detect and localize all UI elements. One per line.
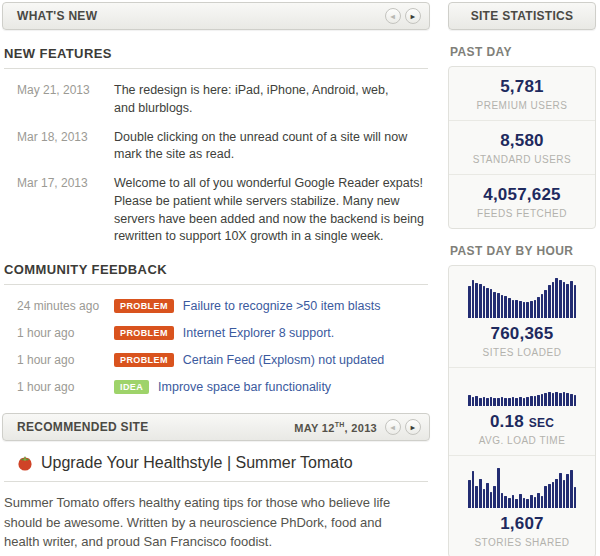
feedback-time: 1 hour ago [17, 326, 114, 340]
site-statistics-title: SITE STATISTICS [471, 9, 574, 23]
stat-value: 0.18 SEC [455, 412, 589, 432]
feedback-time: 1 hour ago [17, 380, 114, 394]
feedback-item: 1 hour ago PROBLEM Internet Explorer 8 s… [17, 326, 428, 340]
site-statistics-column: SITE STATISTICS PAST DAY 5,781 PREMIUM U… [448, 2, 596, 556]
feature-entry: Mar 17, 2013 Welcome to all of you wonde… [17, 175, 428, 246]
past-day-by-hour-heading: PAST DAY BY HOUR [450, 244, 596, 258]
right-arrow-icon: ▸ [411, 423, 415, 432]
stories-shared-bar-chart [468, 468, 576, 508]
problem-badge: PROBLEM [114, 326, 174, 340]
stat-value: 760,365 [455, 324, 589, 344]
stat-label: FEEDS FETCHED [455, 208, 589, 219]
feedback-time: 24 minutes ago [17, 299, 114, 313]
feedback-link[interactable]: Certain Feed (Explosm) not updated [183, 353, 385, 367]
feedback-item: 1 hour ago IDEA Improve space bar functi… [17, 380, 428, 394]
whats-new-next-button[interactable]: ▸ [405, 8, 421, 24]
past-day-by-hour-stats-box: 760,365 SITES LOADED 0.18 SEC AVG. LOAD … [448, 265, 596, 556]
recommended-prev-button[interactable]: ◂ [385, 419, 401, 435]
stat-cell-premium-users: 5,781 PREMIUM USERS [449, 67, 595, 121]
stat-value: 4,057,625 [455, 185, 589, 205]
idea-badge: IDEA [114, 380, 149, 394]
feature-entry-text: Double clicking on the unread count of a… [114, 129, 426, 165]
problem-badge: PROBLEM [114, 299, 174, 313]
community-feedback-list: 24 minutes ago PROBLEM Failure to recogn… [2, 285, 430, 394]
right-arrow-icon: ▸ [411, 12, 415, 21]
left-arrow-icon: ◂ [391, 12, 395, 21]
problem-badge: PROBLEM [114, 353, 174, 367]
left-arrow-icon: ◂ [391, 423, 395, 432]
recommended-site-header: RECOMMENDED SITE MAY 12TH, 2013 ◂ ▸ [2, 413, 430, 441]
stat-label: SITES LOADED [455, 347, 589, 358]
feature-entry-text: The redesign is here: iPad, iPhone, Andr… [114, 82, 404, 118]
whats-new-title: WHAT'S NEW [17, 9, 97, 23]
stat-cell-standard-users: 8,580 STANDARD USERS [449, 121, 595, 175]
site-statistics-header: SITE STATISTICS [448, 2, 596, 30]
dashboard: WHAT'S NEW ◂ ▸ NEW FEATURES May 21, 2013… [0, 0, 600, 556]
whats-new-header: WHAT'S NEW ◂ ▸ [2, 2, 430, 30]
recommended-pager: ◂ ▸ [385, 419, 421, 435]
stat-value: 8,580 [455, 131, 589, 151]
community-feedback-heading: COMMUNITY FEEDBACK [4, 262, 428, 285]
tomato-favicon-icon [17, 455, 33, 471]
stat-unit: SEC [529, 416, 554, 430]
stat-cell-feeds-fetched: 4,057,625 FEEDS FETCHED [449, 175, 595, 228]
stat-label: STORIES SHARED [455, 537, 589, 548]
new-features-list: May 21, 2013 The redesign is here: iPad,… [2, 69, 430, 246]
main-column: WHAT'S NEW ◂ ▸ NEW FEATURES May 21, 2013… [2, 2, 430, 556]
recommended-next-button[interactable]: ▸ [405, 419, 421, 435]
feedback-item: 24 minutes ago PROBLEM Failure to recogn… [17, 299, 428, 313]
feature-entry-text: Welcome to all of you wonderful Google R… [114, 175, 426, 246]
stat-value: 5,781 [455, 77, 589, 97]
whats-new-pager: ◂ ▸ [385, 8, 421, 24]
feature-entry: Mar 18, 2013 Double clicking on the unre… [17, 129, 428, 165]
recommended-site-title-label: RECOMMENDED SITE [17, 420, 148, 434]
recommended-site-row: Upgrade Your Healthstyle | Summer Tomato [4, 454, 428, 482]
feature-entry-date: Mar 18, 2013 [17, 129, 114, 165]
stat-label: AVG. LOAD TIME [455, 435, 589, 446]
feature-entry: May 21, 2013 The redesign is here: iPad,… [17, 82, 428, 118]
new-features-heading: NEW FEATURES [4, 46, 428, 69]
stat-cell-sites-loaded: 760,365 SITES LOADED [449, 266, 595, 368]
feature-entry-date: Mar 17, 2013 [17, 175, 114, 246]
stat-label: STANDARD USERS [455, 154, 589, 165]
stat-cell-stories-shared: 1,607 STORIES SHARED [449, 456, 595, 556]
recommended-date: MAY 12TH, 2013 [294, 421, 377, 434]
feature-entry-date: May 21, 2013 [17, 82, 114, 118]
feedback-time: 1 hour ago [17, 353, 114, 367]
whats-new-prev-button[interactable]: ◂ [385, 8, 401, 24]
stat-value: 1,607 [455, 514, 589, 534]
feedback-link[interactable]: Internet Explorer 8 support. [183, 326, 334, 340]
recommended-site-link[interactable]: Upgrade Your Healthstyle | Summer Tomato [41, 454, 353, 472]
stat-label: PREMIUM USERS [455, 100, 589, 111]
past-day-stats-box: 5,781 PREMIUM USERS 8,580 STANDARD USERS… [448, 66, 596, 229]
feedback-link[interactable]: Failure to recognize >50 item blasts [183, 299, 381, 313]
recommended-site-description: Summer Tomato offers healthy eating tips… [4, 493, 412, 552]
avg-load-time-bar-chart [468, 380, 576, 406]
past-day-heading: PAST DAY [450, 45, 596, 59]
stat-cell-avg-load-time: 0.18 SEC AVG. LOAD TIME [449, 368, 595, 456]
feedback-link[interactable]: Improve space bar functionality [158, 380, 331, 394]
sites-loaded-bar-chart [468, 278, 576, 318]
feedback-item: 1 hour ago PROBLEM Certain Feed (Explosm… [17, 353, 428, 367]
